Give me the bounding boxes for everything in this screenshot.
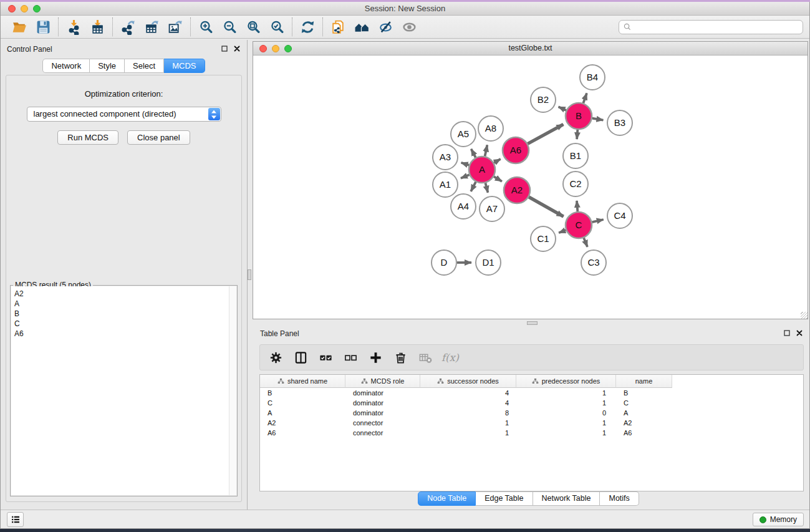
export-table-button[interactable] <box>140 17 163 36</box>
save-session-button[interactable] <box>31 17 55 36</box>
zoom-window-button[interactable] <box>33 5 41 12</box>
column-header-shared-name[interactable]: shared name <box>260 375 345 388</box>
edge-C-C2[interactable] <box>577 201 577 211</box>
memory-button[interactable]: Memory <box>753 513 804 526</box>
delete-columns-button[interactable] <box>388 347 412 367</box>
zoom-in-button[interactable] <box>194 17 218 36</box>
column-settings-button[interactable] <box>264 347 287 367</box>
table-row[interactable]: Cdominator41C <box>260 398 803 408</box>
edge-C-C4[interactable] <box>592 220 604 222</box>
tab-network[interactable]: Network <box>42 59 90 73</box>
edge-A-A2[interactable] <box>494 177 502 181</box>
edge-A-A4[interactable] <box>471 182 476 191</box>
node-B2[interactable]: B2 <box>531 87 556 112</box>
network-window-titlebar[interactable]: testGlobe.txt <box>253 42 808 56</box>
node-B[interactable]: B <box>566 103 592 129</box>
node-A6[interactable]: A6 <box>503 137 529 163</box>
deselect-all-checkboxes-button[interactable] <box>339 347 362 367</box>
edge-A-A7[interactable] <box>485 183 488 193</box>
network-canvas[interactable]: B4B2BB3A8A5A6B1A3AA1C2A2A4A7C4CC1C3DD1 <box>253 56 808 319</box>
node-B3[interactable]: B3 <box>607 110 632 135</box>
column-header-successor-nodes[interactable]: successor nodes <box>420 375 516 388</box>
edge-B-B3[interactable] <box>592 118 604 120</box>
node-C2[interactable]: C2 <box>563 172 588 196</box>
edge-A-A1[interactable] <box>461 175 470 178</box>
tab-select[interactable]: Select <box>125 59 164 73</box>
edge-B-B2[interactable] <box>559 107 566 110</box>
edge-B-B1[interactable] <box>577 130 577 139</box>
column-header-MCDS-role[interactable]: MCDS role <box>345 375 420 388</box>
first-neighbors-button[interactable] <box>350 17 374 36</box>
table-row[interactable]: Adominator80A <box>260 408 803 418</box>
result-item[interactable]: A2 <box>14 289 236 299</box>
node-C4[interactable]: C4 <box>607 203 632 228</box>
edge-C-C3[interactable] <box>584 238 587 247</box>
node-C1[interactable]: C1 <box>531 226 556 251</box>
node-B1[interactable]: B1 <box>563 143 588 168</box>
network-minimize-button[interactable] <box>272 45 279 52</box>
column-header-name[interactable]: name <box>616 375 672 388</box>
node-table[interactable]: shared nameMCDS rolesuccessor nodesprede… <box>259 374 804 491</box>
export-network-button[interactable] <box>116 17 140 36</box>
select-all-checkboxes-button[interactable] <box>314 347 337 367</box>
mcds-result-list[interactable]: A2ABCA6 <box>11 286 236 495</box>
minimize-window-button[interactable] <box>21 5 28 12</box>
task-history-button[interactable] <box>7 512 24 527</box>
export-image-button[interactable] <box>163 17 187 36</box>
edge-A6-B[interactable] <box>528 124 563 143</box>
node-A7[interactable]: A7 <box>480 196 504 221</box>
close-panel-icon[interactable] <box>233 45 241 52</box>
table-row[interactable]: A2connector11A2 <box>260 418 803 428</box>
edge-A2-C[interactable] <box>529 197 564 216</box>
node-C3[interactable]: C3 <box>581 250 606 275</box>
tab-mcds[interactable]: MCDS <box>164 59 205 73</box>
tab-style[interactable]: Style <box>90 59 125 73</box>
tab-node-table[interactable]: Node Table <box>418 491 476 506</box>
node-A1[interactable]: A1 <box>433 172 458 197</box>
result-item[interactable]: A6 <box>14 329 236 339</box>
node-D1[interactable]: D1 <box>476 250 501 275</box>
float-table-panel-icon[interactable] <box>783 329 791 337</box>
node-A5[interactable]: A5 <box>451 122 476 147</box>
splitter-handle-vertical[interactable] <box>248 269 251 280</box>
create-new-column-button[interactable] <box>364 347 387 367</box>
node-B4[interactable]: B4 <box>580 65 605 90</box>
network-zoom-button[interactable] <box>284 45 292 52</box>
table-row[interactable]: Bdominator41B <box>260 388 803 398</box>
node-A4[interactable]: A4 <box>451 194 476 219</box>
node-A8[interactable]: A8 <box>478 116 503 141</box>
result-item[interactable]: A <box>14 299 236 309</box>
edge-A-A8[interactable] <box>485 145 488 156</box>
network-close-button[interactable] <box>259 45 267 52</box>
import-table-button[interactable] <box>85 17 109 36</box>
criterion-select[interactable]: largest connected component (directed) <box>27 107 221 122</box>
edge-B-B4[interactable] <box>583 93 587 103</box>
hide-selected-button[interactable] <box>374 17 397 36</box>
close-table-panel-icon[interactable] <box>796 329 803 337</box>
column-header-predecessor-nodes[interactable]: predecessor nodes <box>516 375 616 388</box>
node-A2[interactable]: A2 <box>504 177 530 203</box>
new-network-from-selection-button[interactable] <box>326 17 350 36</box>
zoom-out-button[interactable] <box>218 17 241 36</box>
zoom-fit-button[interactable] <box>241 17 265 36</box>
result-item[interactable]: B <box>14 309 236 319</box>
close-panel-button[interactable]: Close panel <box>127 130 190 145</box>
show-all-button[interactable] <box>397 17 421 36</box>
result-scrollbar[interactable] <box>229 286 236 495</box>
run-mcds-button[interactable]: Run MCDS <box>57 130 118 145</box>
zoom-selected-button[interactable] <box>265 17 289 36</box>
node-C[interactable]: C <box>566 212 592 238</box>
edge-A-A3[interactable] <box>461 163 470 165</box>
close-window-button[interactable] <box>8 5 16 12</box>
search-field[interactable] <box>619 20 803 34</box>
tab-network-table[interactable]: Network Table <box>533 491 600 506</box>
node-A[interactable]: A <box>469 157 495 183</box>
float-panel-icon[interactable] <box>221 45 228 52</box>
table-row[interactable]: A6connector11A6 <box>260 428 803 438</box>
edge-C-C1[interactable] <box>559 230 566 233</box>
edge-A-A5[interactable] <box>471 149 476 158</box>
node-A3[interactable]: A3 <box>433 145 458 170</box>
resize-grip-icon[interactable] <box>801 312 808 319</box>
open-session-button[interactable] <box>7 17 31 36</box>
import-network-button[interactable] <box>62 17 85 36</box>
